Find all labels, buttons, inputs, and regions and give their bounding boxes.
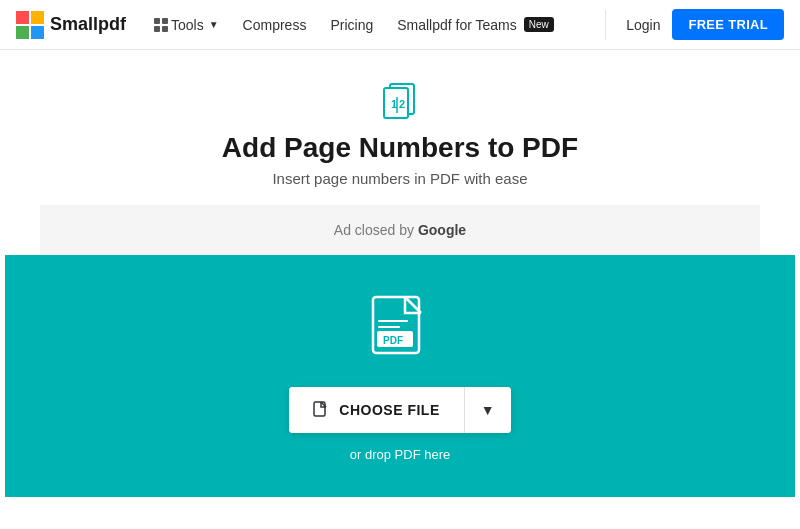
main-content: 1 2 Add Page Numbers to PDF Insert page … bbox=[0, 50, 800, 497]
choose-file-button-group: CHOOSE FILE ▼ bbox=[289, 387, 510, 433]
upload-area[interactable]: PDF CHOOSE FILE ▼ or dro bbox=[5, 255, 795, 497]
logo-icon bbox=[16, 11, 44, 39]
svg-rect-4 bbox=[154, 18, 160, 24]
brand-name: Smallpdf bbox=[50, 14, 126, 35]
nav-tools[interactable]: Tools ▼ bbox=[144, 11, 229, 39]
pricing-label: Pricing bbox=[330, 17, 373, 33]
navbar: Smallpdf Tools ▼ Compress Pricing Smallp… bbox=[0, 0, 800, 50]
ad-google-text: Google bbox=[418, 222, 466, 238]
page-title-area: 1 2 Add Page Numbers to PDF Insert page … bbox=[222, 80, 578, 187]
svg-text:2: 2 bbox=[399, 98, 405, 110]
svg-rect-0 bbox=[16, 11, 29, 24]
nav-links: Tools ▼ Compress Pricing Smallpdf for Te… bbox=[144, 11, 597, 39]
ad-text: Ad closed by Google bbox=[334, 222, 466, 238]
free-trial-button[interactable]: FREE TRIAL bbox=[672, 9, 784, 40]
file-icon bbox=[313, 401, 329, 419]
drop-hint-text: or drop PDF here bbox=[350, 447, 450, 462]
svg-rect-7 bbox=[162, 26, 168, 32]
choose-file-button[interactable]: CHOOSE FILE bbox=[289, 387, 463, 433]
nav-teams[interactable]: Smallpdf for Teams New bbox=[387, 11, 564, 39]
page-subtitle: Insert page numbers in PDF with ease bbox=[272, 170, 527, 187]
nav-pricing[interactable]: Pricing bbox=[320, 11, 383, 39]
tools-grid-icon bbox=[154, 18, 168, 32]
choose-file-label: CHOOSE FILE bbox=[339, 402, 439, 418]
page-numbers-icon: 1 2 bbox=[378, 80, 422, 120]
compress-label: Compress bbox=[243, 17, 307, 33]
pdf-file-icon: PDF bbox=[371, 295, 429, 367]
teams-label: Smallpdf for Teams bbox=[397, 17, 517, 33]
ad-banner: Ad closed by Google bbox=[40, 205, 760, 255]
svg-rect-1 bbox=[31, 11, 44, 24]
teams-badge: New bbox=[524, 17, 554, 32]
svg-rect-5 bbox=[162, 18, 168, 24]
pdf-icon-svg: PDF bbox=[371, 295, 429, 363]
title-icon-wrap: 1 2 bbox=[378, 80, 422, 124]
svg-rect-2 bbox=[16, 26, 29, 39]
svg-text:1: 1 bbox=[391, 98, 397, 110]
nav-compress[interactable]: Compress bbox=[233, 11, 317, 39]
svg-text:PDF: PDF bbox=[383, 335, 403, 346]
svg-rect-3 bbox=[31, 26, 44, 39]
tools-chevron-icon: ▼ bbox=[209, 19, 219, 30]
tools-label: Tools bbox=[171, 17, 204, 33]
logo[interactable]: Smallpdf bbox=[16, 11, 126, 39]
dropdown-chevron-icon: ▼ bbox=[481, 402, 495, 418]
login-button[interactable]: Login bbox=[614, 11, 672, 39]
nav-divider bbox=[605, 10, 606, 40]
page-heading: Add Page Numbers to PDF bbox=[222, 132, 578, 164]
choose-file-dropdown[interactable]: ▼ bbox=[465, 387, 511, 433]
svg-rect-6 bbox=[154, 26, 160, 32]
